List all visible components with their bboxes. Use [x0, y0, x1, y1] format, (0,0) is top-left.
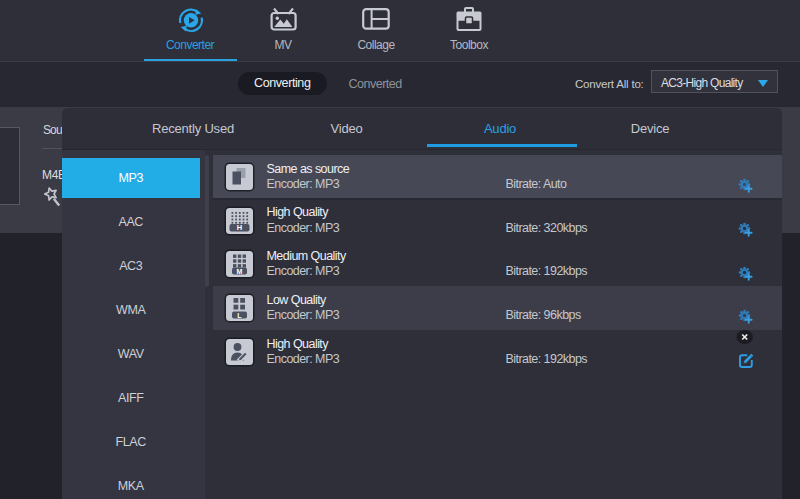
svg-text:H: H [237, 223, 242, 232]
svg-text:M: M [237, 268, 243, 275]
svg-text:L: L [237, 312, 242, 319]
